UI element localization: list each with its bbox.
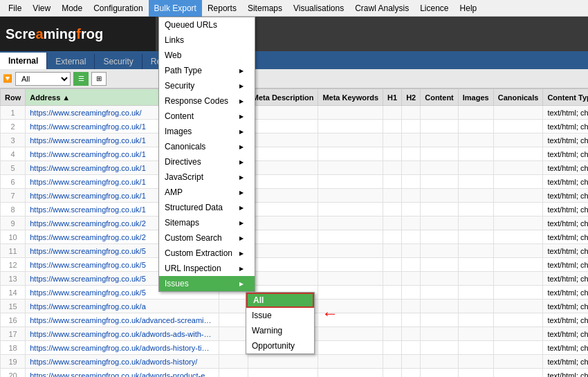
menu-url-inspection[interactable]: URL Inspection ▶ [159, 261, 255, 276]
table-row: 13 https://www.screamingfrog.co.uk/5 tex… [1, 272, 589, 286]
row-url[interactable]: https://www.screamingfrog.co.uk/adwords-… [26, 369, 219, 378]
filter-select[interactable]: All [15, 72, 71, 86]
submenu-all[interactable]: All [246, 293, 314, 308]
col-content[interactable]: Content [421, 89, 459, 106]
menu-file[interactable]: File [3, 0, 27, 17]
col-images[interactable]: Images [458, 89, 493, 106]
row-h2 [402, 217, 421, 230]
row-meta-desc [248, 134, 318, 147]
row-h2 [402, 175, 421, 189]
menu-web[interactable]: Web [159, 48, 255, 63]
row-meta-kw [318, 230, 383, 244]
row-number: 19 [1, 355, 26, 369]
menu-canonicals[interactable]: Canonicals ▶ [159, 139, 255, 154]
row-h1 [383, 230, 402, 244]
col-h1[interactable]: H1 [383, 89, 402, 106]
row-titles [219, 355, 248, 369]
row-url[interactable]: https://www.screamingfrog.co.uk/adwords-… [26, 327, 219, 341]
menu-view[interactable]: View [27, 0, 56, 17]
row-url[interactable]: https://www.screamingfrog.co.uk/advanced… [26, 313, 219, 327]
row-images [458, 203, 493, 217]
table-row: 7 https://www.screamingfrog.co.uk/1 text… [1, 189, 589, 203]
row-canonicals [493, 203, 543, 217]
table-row: 10 https://www.screamingfrog.co.uk/2 tex… [1, 230, 589, 244]
menu-javascript[interactable]: JavaScript ▶ [159, 169, 255, 185]
col-canonicals[interactable]: Canonicals [493, 89, 543, 106]
row-images [458, 106, 493, 120]
submenu-opportunity[interactable]: Opportunity [246, 338, 314, 353]
row-canonicals [493, 189, 543, 203]
menu-custom-extraction[interactable]: Custom Extraction ▶ [159, 246, 255, 261]
menu-bulk-export[interactable]: Bulk Export [149, 0, 202, 17]
row-canonicals [493, 134, 543, 147]
table-row: 9 https://www.screamingfrog.co.uk/2 text… [1, 217, 589, 230]
menu-mode[interactable]: Mode [56, 0, 88, 17]
menu-queued-urls[interactable]: Queued URLs [159, 17, 255, 33]
menu-help[interactable]: Help [454, 0, 483, 17]
row-titles [219, 313, 248, 327]
col-content-type[interactable]: Content Type [543, 89, 588, 106]
menu-directives[interactable]: Directives ▶ [159, 154, 255, 169]
row-url[interactable]: https://www.screamingfrog.co.uk/adwords-… [26, 355, 219, 369]
tab-external[interactable]: External [47, 54, 95, 69]
row-number: 10 [1, 230, 26, 244]
menu-security[interactable]: Security ▶ [159, 78, 255, 93]
menu-custom-search[interactable]: Custom Search ▶ [159, 230, 255, 246]
col-meta-kw[interactable]: Meta Keywords [318, 89, 383, 106]
col-h2[interactable]: H2 [402, 89, 421, 106]
tab-security[interactable]: Security [95, 54, 142, 69]
menu-images[interactable]: Images ▶ [159, 124, 255, 139]
row-content-type: text/html; charset=UTF-8 [543, 120, 588, 134]
row-content [421, 286, 459, 300]
menu-content[interactable]: Content ▶ [159, 109, 255, 124]
row-content-type: text/html; charset=UTF-8 [543, 327, 588, 341]
row-h1 [383, 106, 402, 120]
submenu-issue[interactable]: Issue [246, 308, 314, 323]
menu-response-codes[interactable]: Response Codes ▶ [159, 93, 255, 109]
row-h1 [383, 272, 402, 286]
row-images [458, 120, 493, 134]
menu-visualisations[interactable]: Visualisations [288, 0, 349, 17]
row-content [421, 258, 459, 272]
grid-view-button[interactable]: ⊞ [91, 72, 107, 86]
col-meta-desc[interactable]: Meta Description [248, 89, 318, 106]
row-titles [219, 369, 248, 378]
row-h1 [383, 341, 402, 355]
row-meta-kw [318, 286, 383, 300]
menu-sitemaps[interactable]: Sitemaps [242, 0, 288, 17]
row-meta-desc [248, 355, 318, 369]
row-url[interactable]: https://www.screamingfrog.co.uk/adwords-… [26, 341, 219, 355]
submenu-warning[interactable]: Warning [246, 323, 314, 338]
menu-links[interactable]: Links [159, 33, 255, 48]
menu-structured-data[interactable]: Structured Data ▶ [159, 200, 255, 215]
row-content [421, 106, 459, 120]
row-meta-kw [318, 134, 383, 147]
arrow-indicator: ← [322, 304, 338, 323]
menu-reports[interactable]: Reports [202, 0, 242, 17]
row-meta-kw [318, 161, 383, 175]
menu-crawl-analysis[interactable]: Crawl Analysis [349, 0, 414, 17]
row-h2 [402, 203, 421, 217]
row-number: 3 [1, 134, 26, 147]
row-meta-desc [248, 369, 318, 378]
table-row: 3 https://www.screamingfrog.co.uk/1 text… [1, 134, 589, 147]
row-meta-desc [248, 272, 318, 286]
row-url[interactable]: https://www.screamingfrog.co.uk/a [26, 300, 219, 313]
row-images [458, 217, 493, 230]
bulk-export-menu: Queued URLs Links Web Path Type ▶ Securi… [158, 17, 255, 292]
table-row: 1 https://www.screamingfrog.co.uk/ text/… [1, 106, 589, 120]
row-content-type: text/html; charset=UTF-8 [543, 106, 588, 120]
menu-amp[interactable]: AMP ▶ [159, 185, 255, 200]
row-canonicals [493, 286, 543, 300]
row-meta-kw [318, 175, 383, 189]
menu-issues[interactable]: Issues ▶ [159, 276, 255, 291]
menu-path-type[interactable]: Path Type ▶ [159, 63, 255, 78]
tab-internal[interactable]: Internal [0, 53, 47, 69]
menu-licence[interactable]: Licence [414, 0, 454, 17]
row-content [421, 203, 459, 217]
row-images [458, 355, 493, 369]
list-view-button[interactable]: ☰ [73, 72, 89, 86]
menu-configuration[interactable]: Configuration [88, 0, 148, 17]
menu-sitemaps[interactable]: Sitemaps ▶ [159, 215, 255, 230]
row-h1 [383, 313, 402, 327]
